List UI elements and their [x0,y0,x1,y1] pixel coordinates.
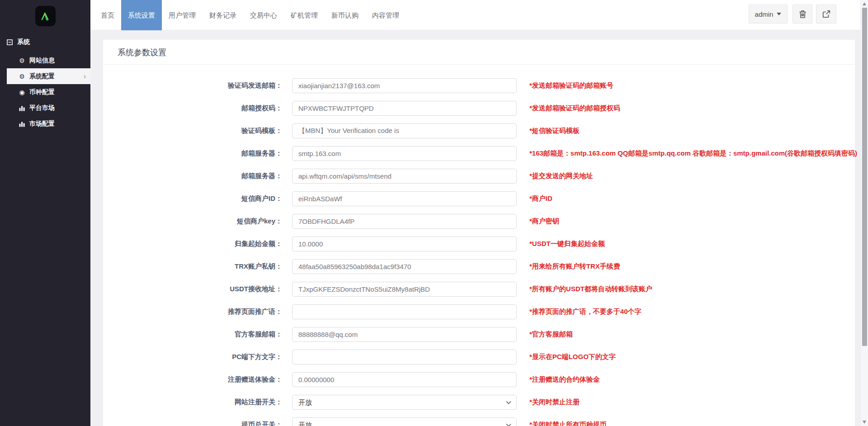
field-control: 开放 [292,395,517,410]
nav-tab[interactable]: 交易中心 [243,0,284,30]
field-control [292,101,517,116]
field-select[interactable]: 开放 [292,417,517,426]
sidebar-item-label: 网站信息 [29,57,55,65]
field-hint: *163邮箱是：smtp.163.com QQ邮箱是smtp.qq.com 谷歌… [529,149,857,158]
field-label: 提币总开关： [108,421,292,426]
sidebar-item[interactable]: 平台市场 [0,100,90,116]
form-row: 注册赠送体验金： *注册赠送的合约体验金 [108,372,855,387]
field-label: USDT接收地址： [108,285,292,293]
field-input[interactable] [292,327,517,342]
field-control [292,191,517,206]
field-input[interactable] [292,259,517,274]
field-input[interactable] [292,350,517,364]
nav-tab[interactable]: 财务记录 [203,0,243,30]
vertical-scrollbar[interactable] [860,0,868,426]
gear-icon: ⚙ [18,73,26,80]
field-label: PC端下方文字： [108,353,292,361]
form-row: 邮箱服务器： *163邮箱是：smtp.163.com QQ邮箱是smtp.qq… [108,146,855,161]
bar-chart-icon [18,105,26,111]
form-row: 归集起始金额： *USDT一键归集起始金额 [108,237,855,251]
nav-tab[interactable]: 系统设置 [121,0,162,30]
field-control [292,350,517,364]
field-input[interactable] [292,146,517,161]
sidebar-item[interactable]: 市场配置 [0,116,90,132]
field-input[interactable] [292,214,517,229]
field-hint: *商户ID [529,194,552,203]
nav-tab-label: 系统设置 [128,11,155,19]
sidebar-item[interactable]: ⚙ 网站信息 [0,52,90,68]
sidebar-item-label: 市场配置 [29,120,55,128]
trash-button[interactable] [793,5,812,24]
field-hint: *发送邮箱验证码的邮箱授权码 [529,104,620,113]
nav-tab-label: 财务记录 [209,11,236,19]
sidebar-item-label: 币种配置 [29,88,55,96]
settings-form: 验证码发送邮箱： *发送邮箱验证码的邮箱账号 邮箱授权码： *发送邮箱验证码的邮… [103,65,855,426]
sidebar-group-system[interactable]: 系统 [0,34,90,50]
sidebar-item-label: 平台市场 [29,104,55,112]
chevron-right-icon: › [84,72,86,80]
field-label: 归集起始金额： [108,240,292,248]
field-input[interactable] [292,101,517,116]
field-input[interactable] [292,237,517,251]
form-row: 邮箱服务器： *提交发送的网关地址 [108,169,855,184]
logo-wrap [0,0,90,29]
field-hint: *USDT一键归集起始金额 [529,240,605,248]
admin-app: 系统 ⚙ 网站信息 ⚙ 系统配置 › ◉ 币种配置 平台市场 [0,0,868,426]
nav-tab-label: 新币认购 [331,11,359,19]
field-hint: *短信验证码模板 [529,127,580,135]
sidebar: 系统 ⚙ 网站信息 ⚙ 系统配置 › ◉ 币种配置 平台市场 [0,0,90,426]
field-label: 短信商户key： [108,217,292,226]
nav-tab-label: 交易中心 [250,11,277,19]
field-label: 邮箱服务器： [108,172,292,180]
export-button[interactable] [816,5,836,24]
field-control [292,282,517,297]
field-input[interactable] [292,191,517,206]
form-row: 验证码模板： *短信验证码模板 [108,123,855,138]
sidebar-group-label: 系统 [17,38,30,46]
field-select[interactable]: 开放 [292,395,517,410]
field-control [292,259,517,274]
field-input[interactable] [292,78,517,93]
caret-down-icon [777,13,781,15]
field-input[interactable] [292,372,517,387]
field-hint: *发送邮箱验证码的邮箱账号 [529,81,613,90]
scroll-down-icon[interactable] [863,421,866,424]
field-hint: *提交发送的网关地址 [529,172,593,180]
scroll-up-icon[interactable] [863,2,866,5]
page-title: 系统参数设置 [103,40,855,65]
scrollbar-thumb[interactable] [862,8,867,346]
collapse-minus-icon [7,39,13,45]
field-control [292,327,517,342]
field-label: 网站注册开关： [108,398,292,407]
field-input[interactable] [292,169,517,184]
field-input[interactable] [292,282,517,297]
field-hint: *所有账户的USDT都将自动转账到该账户 [529,285,652,293]
trash-icon [799,10,807,19]
admin-user-menu[interactable]: admin [749,5,788,24]
sidebar-item[interactable]: ⚙ 系统配置 › [7,68,90,84]
nav-tab[interactable]: 用户管理 [162,0,203,30]
field-control [292,78,517,93]
bar-chart-icon [18,121,26,127]
form-row: PC端下方文字： *显示在PC端LOGO下的文字 [108,350,855,364]
nav-tab[interactable]: 新币认购 [325,0,365,30]
export-icon [822,10,830,18]
field-label: 官方客服邮箱： [108,330,292,339]
nav-tab[interactable]: 矿机管理 [284,0,325,30]
field-input[interactable] [292,123,517,138]
nav-tab[interactable]: 内容管理 [365,0,406,30]
field-label: 验证码模板： [108,127,292,135]
form-row: 短信商户ID： *商户ID [108,191,855,206]
field-label: 短信商户ID： [108,194,292,203]
sidebar-item[interactable]: ◉ 币种配置 [0,84,90,100]
field-control: 开放 [292,417,517,426]
field-label: 验证码发送邮箱： [108,81,292,90]
settings-card: 系统参数设置 验证码发送邮箱： *发送邮箱验证码的邮箱账号 邮箱授权码： *发送… [103,40,855,426]
field-hint: *商户密钥 [529,217,559,226]
field-control [292,237,517,251]
form-row: 推荐页面推广语： *推荐页面的推广语，不要多于40个字 [108,304,855,319]
sidebar-item-label: 系统配置 [29,72,55,80]
nav-tab[interactable]: 首页 [94,0,121,30]
nav-tab-label: 矿机管理 [291,11,318,19]
field-input[interactable] [292,304,517,319]
